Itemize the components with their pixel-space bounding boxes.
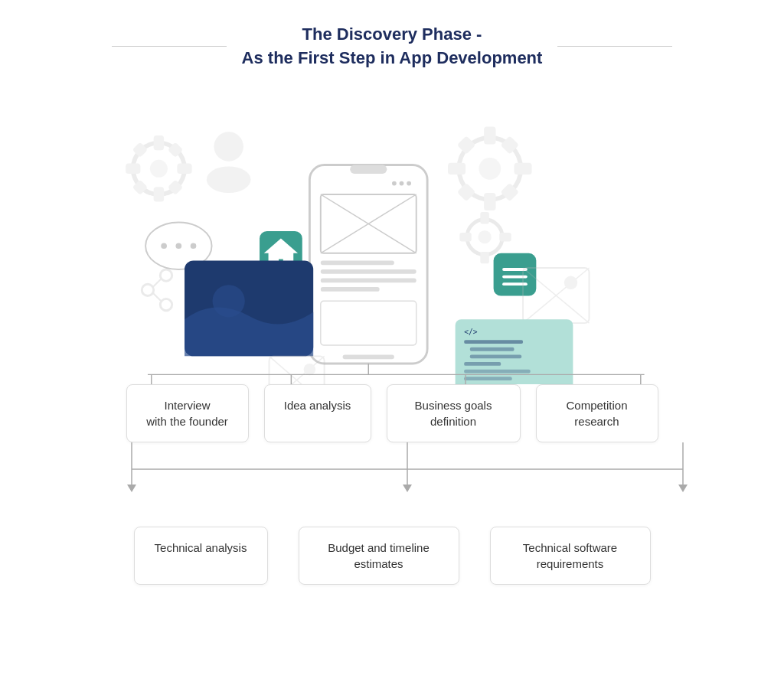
svg-point-34 bbox=[161, 243, 167, 249]
svg-rect-15 bbox=[514, 162, 532, 174]
svg-point-58 bbox=[213, 285, 245, 317]
box-competition: Competition research bbox=[536, 384, 658, 442]
svg-point-66 bbox=[564, 276, 577, 289]
svg-marker-98 bbox=[678, 485, 688, 492]
svg-rect-24 bbox=[459, 233, 471, 242]
svg-point-11 bbox=[479, 158, 501, 180]
svg-line-32 bbox=[153, 292, 162, 302]
svg-rect-44 bbox=[350, 165, 387, 174]
svg-text:</>: </> bbox=[464, 327, 478, 335]
box-idea: Idea analysis bbox=[264, 384, 371, 442]
box-technical-software: Technical software requirements bbox=[490, 527, 651, 585]
box-budget: Budget and timeline estimates bbox=[299, 527, 459, 585]
svg-point-30 bbox=[160, 299, 172, 310]
svg-rect-3 bbox=[154, 187, 164, 201]
svg-rect-16 bbox=[457, 135, 475, 154]
svg-rect-51 bbox=[321, 260, 394, 265]
row-connector-svg bbox=[15, 442, 769, 496]
svg-point-1 bbox=[150, 159, 168, 177]
svg-point-29 bbox=[160, 269, 172, 281]
box-interview: Interview with the founder bbox=[126, 384, 249, 442]
svg-rect-55 bbox=[321, 301, 416, 345]
svg-rect-5 bbox=[177, 163, 191, 173]
svg-marker-95 bbox=[403, 485, 412, 492]
row1: Interview with the founder Idea analysis… bbox=[15, 384, 769, 442]
svg-rect-39 bbox=[494, 253, 537, 295]
page-title: The Discovery Phase - As the First Step … bbox=[242, 23, 543, 70]
svg-rect-75 bbox=[470, 354, 521, 358]
svg-rect-78 bbox=[464, 377, 511, 380]
svg-rect-13 bbox=[484, 193, 495, 210]
svg-rect-54 bbox=[321, 287, 380, 292]
svg-rect-2 bbox=[154, 135, 164, 150]
svg-rect-76 bbox=[464, 362, 501, 366]
svg-rect-12 bbox=[484, 126, 495, 144]
svg-point-35 bbox=[175, 243, 181, 249]
svg-point-47 bbox=[407, 181, 411, 185]
svg-point-27 bbox=[207, 166, 251, 193]
title-line-left bbox=[112, 46, 227, 47]
svg-point-36 bbox=[191, 243, 197, 249]
flow-section: Interview with the founder Idea analysis… bbox=[15, 384, 769, 585]
illustration-svg: </> bbox=[15, 78, 769, 384]
svg-rect-23 bbox=[480, 252, 489, 263]
svg-marker-92 bbox=[127, 485, 136, 492]
svg-rect-53 bbox=[321, 278, 416, 282]
svg-rect-52 bbox=[321, 269, 416, 274]
illustration: </> bbox=[15, 78, 769, 384]
row2: Technical analysis Budget and timeline e… bbox=[15, 527, 769, 585]
svg-rect-22 bbox=[480, 212, 489, 224]
svg-point-28 bbox=[142, 284, 153, 295]
svg-rect-77 bbox=[464, 369, 530, 373]
svg-rect-73 bbox=[464, 340, 523, 344]
svg-rect-74 bbox=[470, 347, 514, 351]
svg-point-45 bbox=[392, 181, 397, 185]
svg-point-26 bbox=[214, 132, 243, 161]
svg-rect-25 bbox=[499, 233, 511, 242]
box-business: Business goals definition bbox=[387, 384, 521, 442]
svg-rect-4 bbox=[126, 163, 140, 173]
svg-point-62 bbox=[304, 364, 315, 375]
svg-rect-14 bbox=[448, 162, 466, 174]
title-section: The Discovery Phase - As the First Step … bbox=[15, 23, 769, 70]
svg-point-21 bbox=[478, 230, 491, 243]
box-technical-analysis: Technical analysis bbox=[134, 527, 268, 585]
svg-line-31 bbox=[153, 278, 162, 287]
svg-rect-18 bbox=[457, 182, 475, 201]
svg-rect-56 bbox=[343, 354, 394, 359]
svg-point-46 bbox=[400, 181, 404, 185]
title-line-right bbox=[557, 46, 672, 47]
